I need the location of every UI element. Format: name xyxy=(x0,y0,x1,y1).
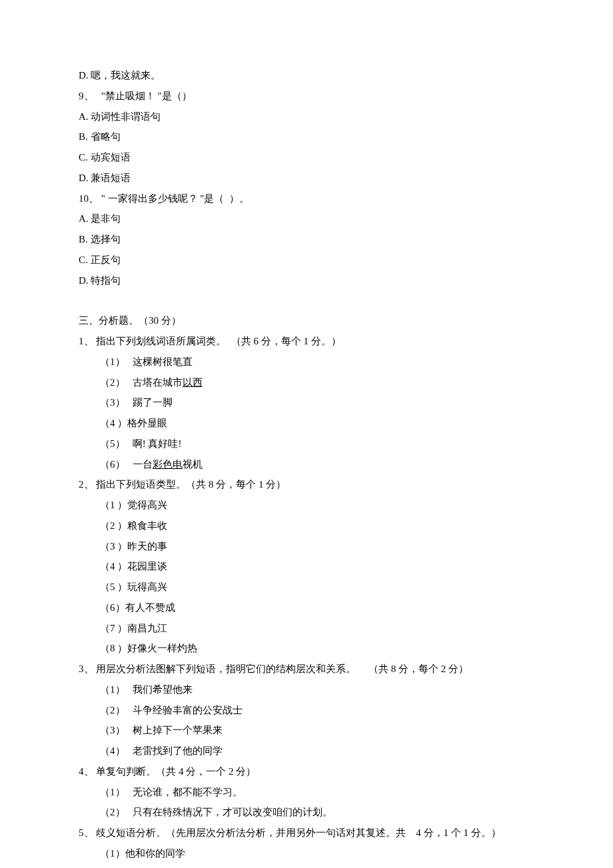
analysis-4-item-1: （1） 无论谁，都不能不学习。 xyxy=(79,782,534,803)
analysis-4-stem: 4、 单复句判断。（共 4 分，一个 2 分） xyxy=(79,761,534,782)
analysis-3-stem: 3、 用层次分析法图解下列短语，指明它们的结构层次和关系。 （共 8 分，每个 … xyxy=(79,659,534,679)
section-3-header: 三、分析题。（30 分） xyxy=(79,310,534,331)
analysis-2-stem: 2、 指出下列短语类型。（共 8 分，每个 1 分） xyxy=(79,474,534,495)
analysis-1-item-2-text: （2） 古塔在城市 xyxy=(100,377,183,388)
analysis-1-item-1: （1） 这棵树很笔直 xyxy=(79,352,534,372)
analysis-5-item-1: （1）他和你的同学 xyxy=(79,843,534,864)
analysis-3-item-2: （2） 斗争经验丰富的公安战士 xyxy=(79,700,534,721)
analysis-2-item-1: （1 ）觉得高兴 xyxy=(79,495,534,516)
analysis-1-item-5: （5） 啊! 真好哇! xyxy=(79,434,534,454)
analysis-1-item-3: （3） 踢了一脚 xyxy=(79,392,534,413)
analysis-1-item-6: （6） 一台彩色电视机 xyxy=(79,454,534,475)
analysis-1-item-6-underline: 彩色电 xyxy=(153,459,183,470)
analysis-1-item-2: （2） 古塔在城市以西 xyxy=(79,372,534,393)
analysis-3-item-1: （1） 我们希望他来 xyxy=(79,679,534,700)
q8-option-d: D. 嗯，我这就来。 xyxy=(79,65,534,86)
analysis-1-stem: 1、 指出下列划线词语所属词类。 （共 6 分，每个 1 分。） xyxy=(79,331,534,352)
analysis-2-item-7: （7 ）南昌九江 xyxy=(79,618,534,639)
q10-option-b: B. 选择句 xyxy=(79,229,534,250)
analysis-1-item-6-text-b: 视机 xyxy=(183,459,203,470)
q10-stem: 10、 " 一家得出多少钱呢？ "是（ ）。 xyxy=(79,189,534,209)
analysis-2-item-8: （8 ）好像火一样灼热 xyxy=(79,638,534,659)
q10-option-a: A. 是非句 xyxy=(79,209,534,229)
analysis-3-item-3: （3） 树上掉下一个苹果来 xyxy=(79,720,534,741)
analysis-2-item-2: （2 ）粮食丰收 xyxy=(79,516,534,536)
q9-option-b: B. 省略句 xyxy=(79,127,534,147)
q9-option-c: C. 动宾短语 xyxy=(79,147,534,168)
analysis-2-item-4: （4 ）花园里谈 xyxy=(79,556,534,577)
q10-option-d: D. 特指句 xyxy=(79,270,534,291)
analysis-2-item-6: （6）有人不赞成 xyxy=(79,598,534,618)
q9-stem: 9、 "禁止吸烟！ "是（） xyxy=(79,86,534,107)
analysis-4-item-2: （2） 只有在特殊情况下，才可以改变咱们的计划。 xyxy=(79,802,534,823)
analysis-5-item-2: （2 ）热爱人民的军队 xyxy=(79,864,534,869)
q9-option-a: A. 动词性非谓语句 xyxy=(79,107,534,127)
analysis-5-stem: 5、 歧义短语分析。（先用层次分析法分析，并用另外一句话对其复述。共 4 分，1… xyxy=(79,823,534,843)
analysis-2-item-3: （3 ）昨天的事 xyxy=(79,536,534,557)
analysis-1-item-4: （4 ）格外显眼 xyxy=(79,413,534,434)
q10-option-c: C. 正反句 xyxy=(79,250,534,270)
analysis-2-item-5: （5 ）玩得高兴 xyxy=(79,577,534,598)
analysis-1-item-6-text-a: （6） 一台 xyxy=(100,459,153,470)
q9-option-d: D. 兼语短语 xyxy=(79,168,534,189)
analysis-3-item-4: （4） 老雷找到了他的同学 xyxy=(79,741,534,761)
analysis-1-item-2-underline: 以西 xyxy=(183,377,203,388)
